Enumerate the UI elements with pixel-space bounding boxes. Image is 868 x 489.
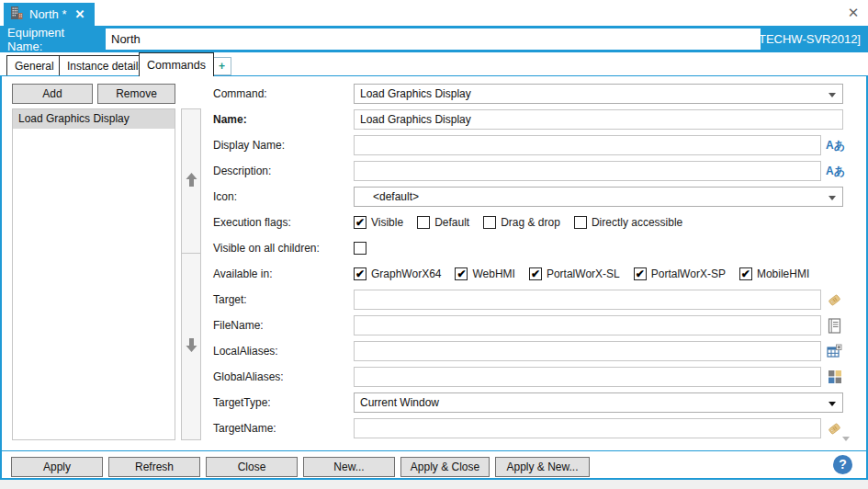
checkbox-portalworx-sp[interactable]: ✔ PortalWorX-SP <box>634 267 726 280</box>
checkbox-box[interactable] <box>483 216 496 229</box>
filename-label: FileName: <box>213 319 354 332</box>
apply-and-new-button[interactable]: Apply & New... <box>495 457 590 477</box>
visible-on-all-children-row: Visible on all children: <box>213 238 849 258</box>
local-aliases-input[interactable] <box>354 341 821 361</box>
target-input[interactable] <box>354 290 821 310</box>
command-label: Command: <box>213 87 354 100</box>
target-type-combobox[interactable]: Current Window <box>354 392 843 413</box>
checkbox-mobilehmi[interactable]: ✔ MobileHMI <box>739 267 809 280</box>
add-command-button[interactable]: Add <box>12 84 93 104</box>
available-in-row: Available in: ✔ GraphWorX64 ✔ WebHMI ✔ <box>213 264 849 284</box>
close-button[interactable]: Close <box>206 457 298 477</box>
localize-text-icon[interactable]: Aあ <box>826 164 845 179</box>
execution-flags-row: Execution flags: ✔ Visible Default <box>213 212 849 233</box>
tab-commands[interactable]: Commands <box>139 52 214 76</box>
chevron-down-icon <box>829 402 836 406</box>
document-tab-close-icon[interactable]: ✕ <box>73 7 86 21</box>
filename-input[interactable] <box>354 315 821 335</box>
checkbox-box[interactable]: ✔ <box>455 267 468 280</box>
window-close-icon[interactable]: ✕ <box>845 5 862 21</box>
target-type-row: TargetType: Current Window <box>213 392 849 413</box>
command-reorder-strip <box>181 108 201 440</box>
global-alias-squares-icon[interactable] <box>826 369 843 386</box>
target-name-label: TargetName: <box>213 422 354 435</box>
checkbox-box[interactable]: ✔ <box>354 267 366 280</box>
move-down-button[interactable] <box>181 253 201 440</box>
filename-row: FileName: <box>213 315 849 335</box>
chevron-down-icon <box>829 196 836 200</box>
checkbox-box[interactable] <box>354 242 366 255</box>
target-label: Target: <box>213 293 354 306</box>
local-aliases-row: LocalAliases: <box>213 341 849 361</box>
equipment-icon <box>10 6 23 22</box>
target-type-label: TargetType: <box>213 396 354 409</box>
document-tab-north[interactable]: North * ✕ <box>4 3 95 26</box>
execution-flags-label: Execution flags: <box>213 216 354 229</box>
target-row: Target: <box>213 290 849 310</box>
apply-and-close-button[interactable]: Apply & Close <box>400 457 490 477</box>
command-properties-form: Command: Load Graphics Display Name: Dis… <box>213 84 849 444</box>
equipment-name-bar: Equipment Name: [TECHW-SVR2012] <box>0 26 868 52</box>
command-combobox[interactable]: Load Graphics Display <box>354 84 843 104</box>
target-name-row: TargetName: <box>213 418 849 438</box>
command-list-item[interactable]: Load Graphics Display <box>13 109 175 129</box>
global-aliases-input[interactable] <box>354 367 821 387</box>
checkbox-box[interactable]: ✔ <box>739 267 752 280</box>
target-name-input[interactable] <box>354 418 821 438</box>
help-icon[interactable]: ? <box>833 455 852 474</box>
description-label: Description: <box>213 165 354 177</box>
checkbox-webhmi[interactable]: ✔ WebHMI <box>455 267 514 280</box>
alias-table-icon[interactable] <box>826 343 843 360</box>
display-name-label: Display Name: <box>213 139 354 152</box>
target-type-value: Current Window <box>360 396 439 409</box>
checkbox-box[interactable]: ✔ <box>529 267 542 280</box>
checkbox-box[interactable] <box>574 216 587 229</box>
checkbox-visible-on-all-children[interactable] <box>354 242 366 255</box>
equipment-name-input[interactable] <box>106 28 761 50</box>
tag-icon[interactable] <box>826 420 843 438</box>
arrow-down-icon <box>186 338 197 356</box>
new-button[interactable]: New... <box>303 457 395 477</box>
localize-text-icon[interactable]: Aあ <box>826 138 845 154</box>
global-aliases-row: GlobalAliases: <box>213 367 849 387</box>
checkbox-directly-accessible[interactable]: Directly accessible <box>574 216 682 229</box>
description-input[interactable] <box>354 161 821 181</box>
tab-add-button[interactable]: + <box>212 57 231 75</box>
command-list[interactable]: Load Graphics Display <box>12 108 175 440</box>
display-name-row: Display Name: Aあ <box>213 135 849 155</box>
checkbox-default[interactable]: Default <box>417 216 469 229</box>
equipment-editor-window: North * ✕ ✕ Equipment Name: [TECHW-SVR20… <box>0 0 868 489</box>
document-tab-bar: North * ✕ ✕ <box>0 0 868 26</box>
checkbox-box[interactable] <box>417 216 430 229</box>
checkbox-box[interactable]: ✔ <box>354 216 366 229</box>
icon-label: Icon: <box>213 190 354 203</box>
window-bottom-strip <box>0 480 868 489</box>
checkbox-portalworx-sl[interactable]: ✔ PortalWorX-SL <box>529 267 620 280</box>
server-name-badge: [TECHW-SVR2012] <box>755 26 861 52</box>
move-up-button[interactable] <box>181 108 201 254</box>
checkbox-box[interactable]: ✔ <box>634 267 647 280</box>
available-in-label: Available in: <box>213 267 354 280</box>
tab-strip: General Instance details Commands + <box>0 52 868 75</box>
checkbox-visible[interactable]: ✔ Visible <box>354 216 403 229</box>
refresh-button[interactable]: Refresh <box>108 457 200 477</box>
arrow-up-icon <box>186 173 197 190</box>
checkbox-graphworx64[interactable]: ✔ GraphWorX64 <box>354 267 441 280</box>
checkbox-drag-drop[interactable]: Drag & drop <box>483 216 560 229</box>
tag-icon[interactable] <box>826 291 843 309</box>
scroll-down-icon[interactable] <box>842 437 850 441</box>
name-input[interactable] <box>354 109 843 130</box>
description-row: Description: Aあ <box>213 161 849 181</box>
name-label: Name: <box>213 113 354 126</box>
command-value: Load Graphics Display <box>360 87 471 100</box>
equipment-name-label: Equipment Name: <box>7 26 103 53</box>
visible-on-all-children-label: Visible on all children: <box>213 242 354 255</box>
commands-tab-content: Add Remove Load Graphics Display Command… <box>0 75 868 450</box>
file-browse-icon[interactable] <box>826 317 843 335</box>
remove-command-button[interactable]: Remove <box>97 84 175 104</box>
apply-button[interactable]: Apply <box>11 457 103 477</box>
tab-general[interactable]: General <box>6 55 62 75</box>
global-aliases-label: GlobalAliases: <box>213 370 354 383</box>
display-name-input[interactable] <box>354 135 821 155</box>
icon-combobox[interactable]: <default> <box>354 187 843 207</box>
